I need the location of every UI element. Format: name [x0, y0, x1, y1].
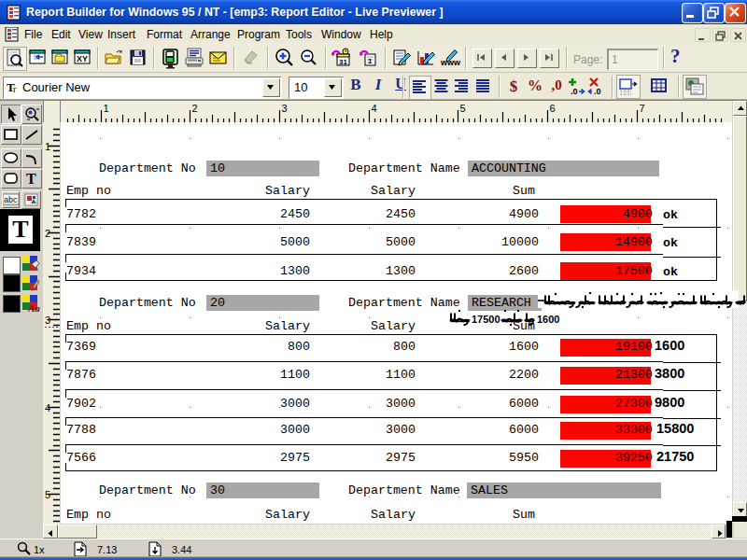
- svg-text:Aa: Aa: [27, 302, 40, 313]
- svg-text:3: 3: [45, 315, 50, 326]
- svg-text:6: 6: [550, 103, 556, 114]
- svg-text:5: 5: [460, 103, 466, 114]
- svg-text:1600: 1600: [537, 314, 559, 325]
- svg-text:1: 1: [368, 57, 373, 65]
- svg-text:T: T: [26, 171, 36, 187]
- svg-text:r: r: [13, 84, 17, 93]
- svg-text:.0: .0: [594, 87, 601, 96]
- svg-text:4: 4: [45, 402, 50, 413]
- svg-text:5: 5: [45, 489, 50, 500]
- svg-text:.0: .0: [571, 87, 578, 96]
- svg-text:4: 4: [372, 103, 377, 114]
- svg-text:31: 31: [339, 58, 347, 66]
- svg-text:1: 1: [45, 141, 50, 152]
- svg-text:2: 2: [192, 103, 198, 114]
- svg-text:2: 2: [45, 228, 50, 239]
- svg-text:abc: abc: [4, 195, 18, 204]
- svg-text:XY: XY: [77, 54, 88, 63]
- svg-text:3: 3: [282, 103, 288, 114]
- svg-text:17500: 17500: [472, 314, 500, 325]
- svg-text:1: 1: [104, 103, 109, 114]
- svg-text:7: 7: [640, 103, 645, 114]
